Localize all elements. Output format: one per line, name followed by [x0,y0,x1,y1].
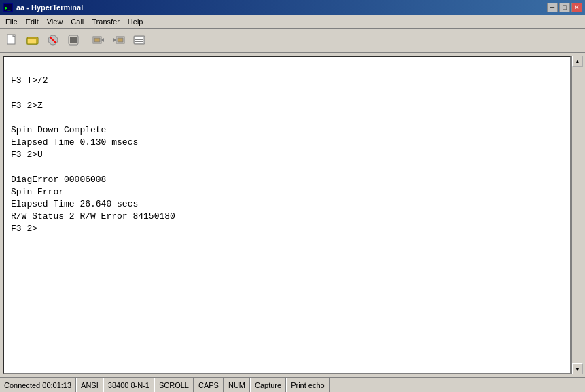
window-title: aa - HyperTerminal [16,3,83,12]
close-button[interactable]: ✕ [571,3,582,12]
title-bar: ▶_ aa - HyperTerminal ─ □ ✕ [0,0,585,15]
properties-button[interactable] [64,31,83,50]
open-button[interactable] [23,31,42,50]
receive-button[interactable] [109,31,128,50]
menu-item-file[interactable]: File [1,16,22,27]
scroll-down-button[interactable]: ▼ [572,363,583,374]
menu-item-call[interactable]: Call [67,16,88,27]
menu-item-edit[interactable]: Edit [22,16,43,27]
svg-rect-7 [27,39,37,44]
encoding-status: ANSI [76,378,103,392]
menu-bar: FileEditViewCallTransferHelp [0,15,585,29]
new-button[interactable] [3,31,22,50]
menu-item-view[interactable]: View [43,16,67,27]
toolbar-separator-1 [86,32,86,48]
svg-rect-18 [118,38,123,42]
scroll-up-button[interactable]: ▲ [572,56,583,67]
menu-item-help[interactable]: Help [124,16,147,27]
caps-status: CAPS [194,378,224,392]
menu-item-transfer[interactable]: Transfer [88,16,124,27]
app-icon: ▶_ [3,2,14,13]
minimize-button[interactable]: ─ [547,3,558,12]
capture-button[interactable] [130,31,149,50]
num-status: NUM [224,378,250,392]
svg-rect-15 [94,38,100,42]
connection-status: Connected 00:01:13 [0,378,76,392]
scroll-status: SCROLL [154,378,194,392]
svg-marker-16 [101,38,104,42]
main-area: F3 T>/2 F3 2>Z Spin Down Complete Elapse… [0,53,585,377]
toolbar [0,29,585,53]
svg-rect-21 [135,37,143,43]
capture-status: Capture [250,378,286,392]
scroll-track[interactable] [572,67,582,363]
baud-status: 38400 8-N-1 [103,378,154,392]
disconnect-button[interactable] [43,31,63,50]
scrollbar[interactable]: ▲ ▼ [571,56,582,374]
terminal-content: F3 T>/2 F3 2>Z Spin Down Complete Elapse… [4,57,570,241]
svg-text:▶_: ▶_ [5,5,11,11]
send-button[interactable] [89,31,108,50]
svg-marker-19 [113,38,116,42]
window-controls: ─ □ ✕ [547,3,582,12]
terminal[interactable]: F3 T>/2 F3 2>Z Spin Down Complete Elapse… [3,56,571,374]
status-bar: Connected 00:01:13ANSI38400 8-N-1SCROLLC… [0,377,585,392]
echo-status: Print echo [286,378,330,392]
maximize-button[interactable]: □ [559,3,570,12]
